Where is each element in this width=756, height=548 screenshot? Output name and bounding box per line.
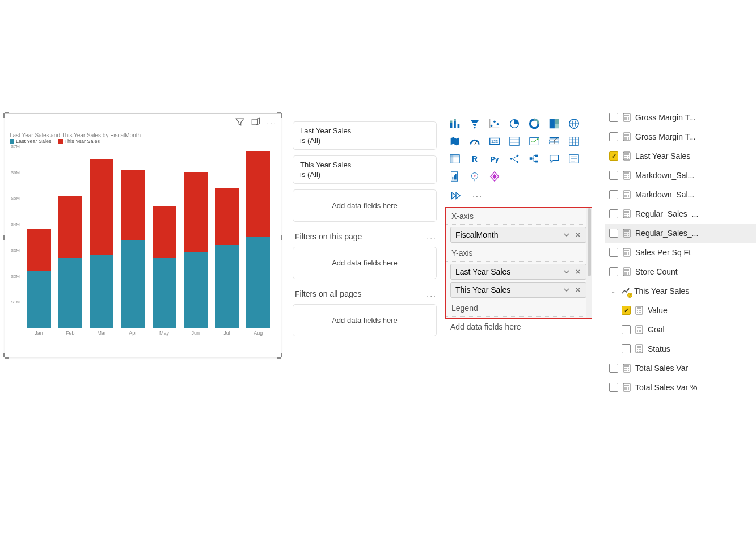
well-field-fiscalmonth[interactable]: FiscalMonth xyxy=(450,227,586,243)
pie-chart-icon[interactable] xyxy=(505,116,523,132)
filter-card[interactable]: Last Year Sales is (All) xyxy=(293,121,437,150)
svg-point-155 xyxy=(628,370,629,371)
field-item[interactable]: Regular_Sales_... xyxy=(605,224,756,243)
r-visual-icon[interactable]: R xyxy=(466,151,484,167)
focus-mode-icon[interactable] xyxy=(250,116,261,128)
treemap-icon[interactable] xyxy=(545,116,563,132)
field-item[interactable]: Markdown_Sal... xyxy=(605,166,756,185)
paginated-report-icon[interactable] xyxy=(446,168,464,184)
python-visual-icon[interactable]: Py xyxy=(485,151,504,167)
svg-rect-60 xyxy=(624,134,629,136)
field-checkbox[interactable] xyxy=(609,267,618,276)
table-icon[interactable] xyxy=(565,133,583,149)
field-checkbox[interactable] xyxy=(622,306,631,315)
filter-drop-zone[interactable]: Add data fields here xyxy=(293,247,437,279)
stacked-column-chart-icon[interactable] xyxy=(446,116,464,132)
svg-point-112 xyxy=(624,254,626,255)
chart-plot-area[interactable]: $7M$6M$5M$4M$3M$2M$1M JanFebMarAprMayJun… xyxy=(21,146,276,339)
slicer-icon[interactable] xyxy=(545,133,563,149)
svg-rect-47 xyxy=(454,175,455,179)
field-item[interactable]: Last Year Sales xyxy=(605,146,756,166)
bar-apr[interactable] xyxy=(121,170,145,328)
field-checkbox[interactable] xyxy=(609,209,618,218)
field-checkbox[interactable] xyxy=(622,344,631,353)
chevron-down-icon[interactable] xyxy=(562,285,571,294)
power-automate-icon[interactable] xyxy=(447,188,465,204)
field-checkbox[interactable] xyxy=(609,113,618,122)
remove-field-icon[interactable] xyxy=(573,285,582,294)
field-checkbox[interactable] xyxy=(609,151,618,161)
wells-scrollbar[interactable] xyxy=(586,208,592,318)
svg-point-103 xyxy=(628,233,629,234)
gauge-icon[interactable] xyxy=(466,133,484,149)
svg-point-64 xyxy=(624,138,626,140)
field-item[interactable]: Value xyxy=(605,301,756,320)
field-checkbox[interactable] xyxy=(609,132,618,141)
drag-handle-icon[interactable] xyxy=(135,121,151,124)
bar-mar[interactable] xyxy=(90,159,113,328)
filled-map-icon[interactable] xyxy=(446,133,464,149)
field-checkbox[interactable] xyxy=(609,248,618,257)
field-item[interactable]: Store Count xyxy=(605,262,756,281)
field-item[interactable]: Gross Margin T... xyxy=(605,127,756,146)
bar-may[interactable] xyxy=(153,206,176,328)
svg-rect-12 xyxy=(555,119,559,124)
field-item[interactable]: Status xyxy=(605,339,756,359)
field-label: Gross Margin T... xyxy=(635,132,695,141)
well-field-lastyearsales[interactable]: Last Year Sales xyxy=(450,264,586,280)
well-field-thisyearsales[interactable]: This Year Sales xyxy=(450,282,586,298)
field-item[interactable]: Goal xyxy=(605,320,756,339)
funnel-chart-icon[interactable] xyxy=(466,116,484,132)
more-options-icon[interactable]: ... xyxy=(426,232,437,241)
matrix-icon[interactable] xyxy=(446,151,464,167)
arcgis-map-icon[interactable] xyxy=(466,168,484,184)
bar-jan[interactable] xyxy=(27,229,51,328)
chevron-down-icon[interactable] xyxy=(562,267,571,276)
key-influencers-icon[interactable] xyxy=(505,151,523,167)
svg-marker-21 xyxy=(537,138,539,141)
bar-jun[interactable] xyxy=(184,172,208,328)
field-label: Regular_Sales_... xyxy=(635,229,698,238)
filter-drop-zone[interactable]: Add data fields here xyxy=(293,189,437,222)
field-checkbox[interactable] xyxy=(609,364,618,373)
field-item[interactable]: Regular_Sales_... xyxy=(605,204,756,224)
decomposition-tree-icon[interactable] xyxy=(525,151,543,167)
more-options-icon[interactable]: ... xyxy=(426,289,437,298)
field-item[interactable]: Markdown_Sal... xyxy=(605,185,756,204)
more-visuals-icon[interactable]: ··· xyxy=(468,188,487,204)
power-apps-icon[interactable] xyxy=(485,168,504,184)
field-label: Store Count xyxy=(635,267,678,276)
narrative-icon[interactable] xyxy=(565,151,583,167)
svg-point-117 xyxy=(624,272,626,273)
scatter-chart-icon[interactable] xyxy=(485,116,504,132)
multi-row-card-icon[interactable] xyxy=(505,133,523,149)
bar-feb[interactable] xyxy=(58,196,82,328)
card-icon[interactable]: 123 xyxy=(485,133,504,149)
filter-drop-zone[interactable]: Add data fields here xyxy=(293,304,437,336)
map-icon[interactable] xyxy=(565,116,583,132)
field-checkbox[interactable] xyxy=(609,229,618,238)
chevron-down-icon[interactable] xyxy=(562,230,571,239)
more-options-icon[interactable]: ··· xyxy=(266,116,277,128)
filter-icon[interactable] xyxy=(234,116,246,128)
remove-field-icon[interactable] xyxy=(573,267,582,276)
bar-aug[interactable] xyxy=(246,151,270,328)
field-item[interactable]: ⌄✓This Year Sales xyxy=(605,281,756,301)
bar-jul[interactable] xyxy=(215,188,239,328)
field-item[interactable]: Total Sales Var xyxy=(605,359,756,378)
field-checkbox[interactable] xyxy=(609,190,618,199)
chart-visual[interactable]: ··· Last Year Sales and This Year Sales … xyxy=(5,113,281,357)
field-item[interactable]: Sales Per Sq Ft xyxy=(605,243,756,262)
field-item[interactable]: Gross Margin T... xyxy=(605,108,756,127)
kpi-icon[interactable] xyxy=(525,133,543,149)
legend-drop-zone[interactable]: Add data fields here xyxy=(445,319,592,335)
field-checkbox[interactable] xyxy=(609,171,618,180)
field-item[interactable]: Total Sales Var % xyxy=(605,378,756,397)
qa-visual-icon[interactable] xyxy=(545,151,563,167)
donut-chart-icon[interactable] xyxy=(525,116,543,132)
chevron-down-icon[interactable]: ⌄ xyxy=(609,288,617,294)
field-checkbox[interactable] xyxy=(609,383,618,392)
filter-card[interactable]: This Year Sales is (All) xyxy=(293,155,437,184)
remove-field-icon[interactable] xyxy=(573,230,582,239)
field-checkbox[interactable] xyxy=(622,325,631,334)
